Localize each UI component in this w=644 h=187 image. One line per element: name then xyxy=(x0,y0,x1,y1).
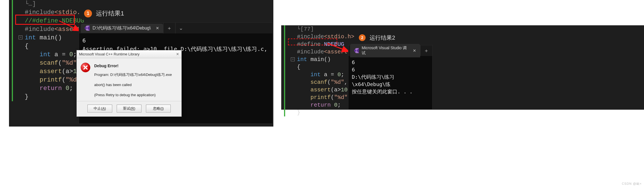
dialog-body: Debug Error! Program: D:\代码练习\练习\x64\Deb… xyxy=(77,58,181,101)
watermark: CSDN @歐× xyxy=(622,182,642,186)
retry-button[interactable]: 重试(R) xyxy=(117,105,141,112)
right-console-window: Microsoft Visual Studio 调试 ✕ ＋ 6 6 D:\代码… xyxy=(348,45,433,110)
vs-icon xyxy=(354,48,359,53)
fold-minus-icon[interactable]: − xyxy=(291,57,295,61)
tab-dropdown-button[interactable]: ⌄ xyxy=(175,23,186,33)
dialog-program: Program: D:\代码练习\练习\x64\Debug\练习.exe xyxy=(94,72,172,78)
code-line[interactable]: int a = 0; xyxy=(287,71,644,78)
dialog-buttons: 中止(A) 重试(R) 忽略(I) xyxy=(77,101,181,116)
dialog-press-msg: (Press Retry to debug the application) xyxy=(94,92,172,98)
dialog-abort-msg: abort() has been called xyxy=(94,82,172,88)
code-line[interactable]: return 0; xyxy=(287,101,644,109)
ignore-button[interactable]: 忽略(I) xyxy=(146,105,171,112)
code-line[interactable]: printf("%d", a); xyxy=(287,94,644,101)
new-tab-button[interactable]: ＋ xyxy=(163,23,175,33)
code-line[interactable]: assert(a>10); xyxy=(287,86,644,94)
result-badge-2: 2 运行结果2 xyxy=(355,33,399,43)
gutter-modified-indicator xyxy=(284,25,285,116)
gutter-modified-indicator xyxy=(12,0,13,101)
code-line[interactable]: └[77] xyxy=(287,25,644,33)
dialog-title-text: Microsoft Visual C++ Runtime Library xyxy=(79,52,139,56)
badge-label: 运行结果2 xyxy=(370,34,395,42)
close-icon[interactable]: ✕ xyxy=(156,26,159,30)
code-line[interactable]: #include<assert.h> xyxy=(287,48,644,56)
vs-icon xyxy=(85,26,90,31)
badge-number-icon: 1 xyxy=(84,10,92,17)
code-line[interactable]: #include<stdio.h> xyxy=(15,8,273,17)
badge-number-icon: 2 xyxy=(359,34,366,41)
code-line[interactable]: } xyxy=(287,109,644,116)
result-badge-1: 1 运行结果1 xyxy=(80,8,128,19)
close-icon[interactable]: ✕ xyxy=(413,48,416,53)
right-code: └[77] #include<stdio.h> #define NDEBUG #… xyxy=(281,25,644,116)
abort-button[interactable]: 中止(A) xyxy=(87,105,112,112)
new-tab-button[interactable]: ＋ xyxy=(420,45,432,56)
console-output[interactable]: 6 6 D:\代码练习\练习\x64\Debug\练 按任意键关闭此窗口. . … xyxy=(348,56,432,98)
console-tab[interactable]: Microsoft Visual Studio 调试 ✕ xyxy=(350,44,420,57)
runtime-error-dialog: Microsoft Visual C++ Runtime Library ✕ D… xyxy=(76,50,182,117)
code-line[interactable]: #include<stdio.h> xyxy=(287,33,644,40)
console-tab-title: Microsoft Visual Studio 调试 xyxy=(362,46,408,56)
dialog-close-icon[interactable]: ✕ xyxy=(176,52,179,56)
code-line[interactable]: └…] xyxy=(15,0,273,8)
dialog-text: Debug Error! Program: D:\代码练习\练习\x64\Deb… xyxy=(94,63,172,98)
fold-minus-icon[interactable]: − xyxy=(19,35,22,39)
dialog-titlebar[interactable]: Microsoft Visual C++ Runtime Library ✕ xyxy=(77,50,181,58)
console-tab-title: D:\代码练习\练习\x64\Debug\ xyxy=(93,25,151,31)
code-line[interactable]: −int main() xyxy=(287,56,644,63)
code-line[interactable]: scanf("%d", &a); xyxy=(287,78,644,86)
dialog-heading: Debug Error! xyxy=(94,63,172,69)
error-icon xyxy=(81,63,90,72)
code-line[interactable]: { xyxy=(287,63,644,71)
badge-label: 运行结果1 xyxy=(96,9,124,18)
console-tabbar: Microsoft Visual Studio 调试 ✕ ＋ xyxy=(348,45,432,56)
console-tabbar: D:\代码练习\练习\x64\Debug\ ✕ ＋ ⌄ xyxy=(79,23,273,33)
console-tab[interactable]: D:\代码练习\练习\x64\Debug\ ✕ xyxy=(81,24,163,33)
right-editor-panel: └[77] #include<stdio.h> #define NDEBUG #… xyxy=(281,25,644,110)
code-line-define-ndebug[interactable]: #define NDEBUG xyxy=(287,40,644,48)
